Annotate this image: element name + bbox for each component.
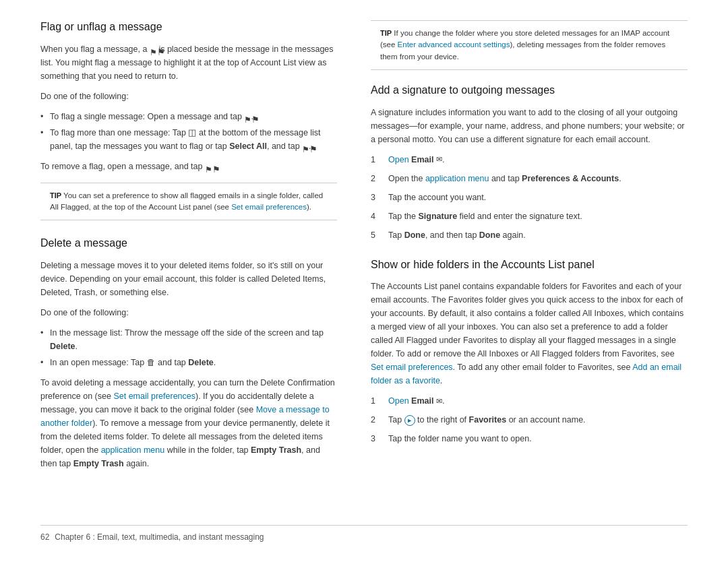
bullet-flag-single: To flag a single message: Open a message… [40, 110, 337, 123]
section-flag-bullets: To flag a single message: Open a message… [40, 110, 337, 153]
right-column: TIP If you change the folder where you s… [371, 20, 688, 511]
remove-flag-text: To remove a flag, open a message, and ta… [40, 160, 337, 173]
tip-box-top-right: TIP If you change the folder where you s… [371, 20, 688, 70]
section-flag-do-one: Do one of the following: [40, 90, 337, 103]
trash-icon: 🗑 [147, 358, 156, 367]
section-delete-para2: To avoid deleting a message accidentally… [40, 376, 337, 470]
section-delete-bullets: In the message list: Throw the message o… [40, 326, 337, 369]
section-signature-title: Add a signature to outgoing messages [371, 84, 688, 98]
app-menu-link[interactable]: application menu [101, 445, 165, 455]
page-footer: 62 Chapter 6 : Email, text, multimedia, … [40, 525, 688, 542]
folder-icon: ◫ [188, 128, 196, 137]
select-all-label: Select All [229, 142, 267, 151]
favorites-label: Favorites [469, 415, 507, 425]
page-container: Flag or unflag a message When you flag a… [0, 0, 728, 562]
section-folders: Show or hide folders in the Accounts Lis… [371, 258, 688, 446]
delete-label-1: Delete [50, 342, 75, 351]
flag-icon-remove: ⚑ [205, 163, 212, 171]
section-signature-steps: 1 Open Email ✉. 2 Open the application m… [371, 153, 688, 242]
folders-step-2: 2 Tap ► to the right of Favorites or an … [371, 413, 688, 427]
empty-trash-label1: Empty Trash [251, 445, 301, 455]
section-flag: Flag or unflag a message When you flag a… [40, 20, 337, 220]
empty-trash-label2: Empty Trash [73, 459, 124, 468]
sig-step-3: 3 Tap the account you want. [371, 191, 688, 204]
signature-label: Signature [418, 212, 457, 221]
bullet-delete-list: In the message list: Throw the message o… [40, 326, 337, 353]
sig-step-4: 4 Tap the Signature field and enter the … [371, 210, 688, 223]
open-email-link-2[interactable]: Open [388, 396, 409, 406]
tip-box-flag: TIP You can set a preference to show all… [40, 183, 337, 221]
folders-step-3: 3 Tap the folder name you want to open. [371, 432, 688, 445]
chapter-label: Chapter 6 : Email, text, multimedia, and… [55, 532, 264, 542]
bullet-delete-open: In an open message: Tap 🗑 and tap Delete… [40, 356, 337, 369]
done-label-2: Done [479, 230, 500, 240]
email-bold-2: Email [411, 396, 433, 406]
section-folders-para1: The Accounts List panel contains expanda… [371, 280, 688, 387]
prefs-accounts-label: Preferences & Accounts [522, 174, 619, 183]
section-signature: Add a signature to outgoing messages A s… [371, 84, 688, 242]
flag-icon-inline: ⚑ [244, 113, 251, 121]
sig-step-5: 5 Tap Done, and then tap Done again. [371, 228, 688, 242]
section-folders-title: Show or hide folders in the Accounts Lis… [371, 258, 688, 272]
two-column-layout: Flag or unflag a message When you flag a… [40, 20, 688, 511]
page-number: 62 [40, 532, 49, 542]
set-email-prefs-link2[interactable]: Set email preferences [113, 392, 195, 401]
move-message-link[interactable]: Move a message to another folder [40, 405, 330, 428]
tip-label-right: TIP [380, 29, 392, 37]
flag-icon-inline2: ⚑ [302, 143, 309, 151]
email-icon-1: ✉ [436, 154, 442, 166]
section-folders-steps: 1 Open Email ✉. 2 Tap ► to the right of … [371, 394, 688, 445]
section-delete: Delete a message Deleting a message move… [40, 237, 337, 470]
set-email-prefs-link[interactable]: Set email preferences [231, 203, 307, 211]
sig-step-1: 1 Open Email ✉. [371, 153, 688, 166]
email-icon-2: ✉ [436, 396, 442, 408]
folders-step-1: 1 Open Email ✉. [371, 394, 688, 408]
open-email-link-1[interactable]: Open [388, 155, 409, 164]
bullet-flag-multiple: To flag more than one message: Tap ◫ at … [40, 126, 337, 153]
delete-label-2: Delete [188, 358, 214, 367]
enter-advanced-settings-link[interactable]: Enter advanced account settings [398, 40, 510, 49]
email-bold-1: Email [411, 155, 433, 164]
section-signature-para1: A signature includes information you wan… [371, 106, 688, 146]
done-label-1: Done [404, 230, 425, 240]
sig-step-2: 2 Open the application menu and tap Pref… [371, 172, 688, 185]
section-flag-intro: When you flag a message, a ⚑ is placed b… [40, 42, 337, 83]
left-column: Flag or unflag a message When you flag a… [40, 20, 337, 511]
section-delete-para1: Deleting a message moves it to your dele… [40, 259, 337, 299]
section-delete-title: Delete a message [40, 237, 337, 251]
flag-icon: ⚑ [150, 46, 156, 54]
set-email-prefs-link3[interactable]: Set email preferences [371, 363, 453, 372]
section-flag-title: Flag or unflag a message [40, 20, 337, 34]
circle-arrow-icon: ► [404, 415, 415, 426]
app-menu-link-2[interactable]: application menu [425, 174, 489, 183]
section-delete-do-one: Do one of the following: [40, 306, 337, 319]
tip-label-flag: TIP [50, 191, 61, 199]
